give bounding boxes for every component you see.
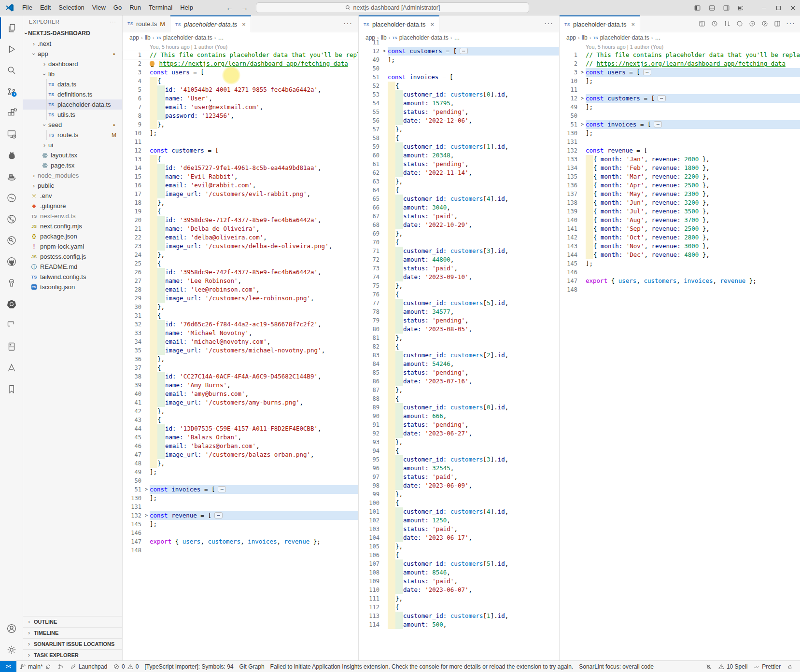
- code-line[interactable]: 6name: 'User',: [123, 94, 358, 103]
- status-sonarlint-focus[interactable]: SonarLint focus: overall code: [576, 661, 657, 672]
- code-area[interactable]: 1112>const customers = [⋯49];5051const i…: [359, 38, 559, 629]
- code-content[interactable]: },: [388, 125, 559, 134]
- status-git-graph[interactable]: Git Graph: [237, 661, 267, 672]
- code-line[interactable]: 24},: [123, 251, 358, 259]
- code-content[interactable]: {: [150, 364, 358, 372]
- code-content[interactable]: amount: 44800,: [388, 255, 559, 264]
- code-line[interactable]: 14id: 'd6e15727-9fe1-4961-8c5b-ea44a9bd8…: [123, 164, 358, 172]
- code-content[interactable]: },: [388, 334, 559, 342]
- code-line[interactable]: 2 https://nextjs.org/learn/dashboard-app…: [123, 59, 358, 68]
- tab-route.ts[interactable]: TSroute.tsM: [123, 15, 170, 32]
- code-line[interactable]: 138{ month: 'Jun', revenue: 3200 },: [560, 198, 800, 207]
- code-line[interactable]: 88{: [359, 394, 559, 403]
- code-line[interactable]: 13{: [123, 155, 358, 164]
- code-line[interactable]: 103status: 'paid',: [359, 525, 559, 533]
- code-content[interactable]: date: '2022-10-29',: [388, 221, 559, 229]
- tree-folder-lib[interactable]: ›lib: [23, 69, 122, 79]
- code-line[interactable]: 98date: '2023-06-09',: [359, 481, 559, 490]
- code-line[interactable]: 79status: 'pending',: [359, 316, 559, 325]
- code-line[interactable]: 69},: [359, 229, 559, 238]
- code-line[interactable]: 94{: [359, 447, 559, 455]
- tree-file-route.ts[interactable]: TSroute.tsM: [23, 130, 122, 140]
- code-content[interactable]: status: 'pending',: [388, 108, 559, 116]
- fold-chevron-icon[interactable]: >: [143, 511, 150, 520]
- code-content[interactable]: },: [388, 438, 559, 447]
- code-content[interactable]: },: [388, 281, 559, 290]
- more-actions-icon[interactable]: ···: [786, 19, 795, 28]
- code-content[interactable]: {: [150, 416, 358, 424]
- code-line[interactable]: 85status: 'pending',: [359, 368, 559, 377]
- search-icon[interactable]: [0, 60, 23, 81]
- extensions-icon[interactable]: [0, 102, 23, 124]
- code-line[interactable]: 63},: [359, 177, 559, 186]
- code-content[interactable]: email: 'user@nextmail.com',: [150, 103, 358, 112]
- code-line[interactable]: 113customer_id: customers[1].id,: [359, 612, 559, 620]
- code-line[interactable]: 131: [560, 138, 800, 146]
- code-line[interactable]: 93},: [359, 438, 559, 447]
- code-content[interactable]: image_url: '/customers/amy-burns.png',: [150, 398, 358, 407]
- code-line[interactable]: 65customer_id: customers[4].id,: [359, 195, 559, 203]
- code-line[interactable]: 1// This file contains placeholder data …: [560, 51, 800, 59]
- code-content[interactable]: status: 'pending',: [388, 420, 559, 429]
- toggle-primary-sidebar-icon[interactable]: [690, 0, 704, 15]
- fold-chevron-icon[interactable]: >: [579, 68, 586, 77]
- quick-fix-lightbulb-icon[interactable]: [150, 61, 154, 66]
- navigate-forward-icon[interactable]: [748, 20, 756, 28]
- copilot-cat-icon[interactable]: [0, 145, 23, 166]
- code-content[interactable]: },: [150, 459, 358, 468]
- tree-folder-ui[interactable]: ›ui: [23, 140, 122, 150]
- code-line[interactable]: 66amount: 3040,: [359, 203, 559, 212]
- code-content[interactable]: const customers = [: [150, 146, 358, 155]
- tree-file-.env[interactable]: .env: [23, 191, 122, 201]
- breadcrumb-item[interactable]: …: [218, 34, 224, 41]
- code-content[interactable]: },: [388, 386, 559, 394]
- code-content[interactable]: status: 'pending',: [388, 160, 559, 168]
- code-content[interactable]: date: '2022-11-14',: [388, 168, 559, 177]
- code-line[interactable]: 50: [123, 476, 358, 485]
- folded-code-badge[interactable]: ⋯: [654, 121, 662, 127]
- breadcrumb[interactable]: app›lib›TSplaceholder-data.ts›…: [560, 32, 800, 43]
- code-line[interactable]: 48},: [123, 459, 358, 468]
- code-line[interactable]: 68date: '2022-10-29',: [359, 221, 559, 229]
- code-line[interactable]: 74date: '2023-09-10',: [359, 273, 559, 281]
- git-graph-search-icon[interactable]: [0, 230, 23, 251]
- code-line[interactable]: 147export { users, customers, invoices, …: [560, 277, 800, 285]
- code-line[interactable]: 114amount: 500,: [359, 620, 559, 629]
- code-content[interactable]: name: 'Delba de Oliveira',: [150, 224, 358, 233]
- code-line[interactable]: 27name: 'Lee Robinson',: [123, 277, 358, 285]
- fold-chevron-icon[interactable]: >: [381, 47, 388, 56]
- code-content[interactable]: { month: 'Mar', revenue: 2200 },: [586, 172, 800, 181]
- tree-file-next-env.d.ts[interactable]: TSnext-env.d.ts: [23, 211, 122, 221]
- open-changes-icon[interactable]: [698, 20, 706, 28]
- status-remote-indicator[interactable]: ><: [0, 661, 16, 672]
- section-task-explorer[interactable]: ›TASK EXPLORER: [23, 649, 122, 660]
- code-content[interactable]: {: [388, 238, 559, 247]
- code-content[interactable]: email: 'delba@oliveira.com',: [150, 233, 358, 242]
- code-line[interactable]: 95customer_id: customers[3].id,: [359, 455, 559, 464]
- code-content[interactable]: {: [388, 186, 559, 195]
- code-content[interactable]: id: 'd6e15727-9fe1-4961-8c5b-ea44a9bd81a…: [150, 164, 358, 172]
- code-content[interactable]: image_url: '/customers/delba-de-oliveira…: [150, 242, 358, 251]
- explorer-more-icon[interactable]: ···: [110, 19, 116, 25]
- code-content[interactable]: id: '13D07535-C59E-4157-A011-F8D2EF4E0CB…: [150, 424, 358, 433]
- tab-close-icon[interactable]: ×: [631, 21, 635, 28]
- accounts-icon[interactable]: [0, 618, 23, 639]
- code-line[interactable]: 11: [123, 138, 358, 146]
- code-line[interactable]: 49];: [359, 56, 559, 64]
- run-and-debug-icon[interactable]: [0, 39, 23, 60]
- code-content[interactable]: { month: 'Apr', revenue: 2500 },: [586, 181, 800, 190]
- code-content[interactable]: image_url: '/customers/balazs-orban.png'…: [150, 450, 358, 459]
- code-line[interactable]: 25{: [123, 259, 358, 268]
- code-line[interactable]: 57},: [359, 125, 559, 134]
- code-content[interactable]: const invoices = [⋯: [150, 485, 358, 494]
- code-line[interactable]: 15name: 'Evil Rabbit',: [123, 172, 358, 181]
- tabbar-more-icon[interactable]: ···: [538, 19, 559, 28]
- code-line[interactable]: 29image_url: '/customers/lee-robinson.pn…: [123, 294, 358, 303]
- tree-folder-.next[interactable]: ›.next: [23, 39, 122, 49]
- code-content[interactable]: },: [388, 542, 559, 551]
- code-line[interactable]: 51const invoices = [: [359, 73, 559, 82]
- code-line[interactable]: 92date: '2023-06-27',: [359, 429, 559, 438]
- code-line[interactable]: 21name: 'Delba de Oliveira',: [123, 224, 358, 233]
- code-line[interactable]: 3const users = [: [123, 68, 358, 77]
- code-content[interactable]: customer_id: customers[0].id,: [388, 403, 559, 412]
